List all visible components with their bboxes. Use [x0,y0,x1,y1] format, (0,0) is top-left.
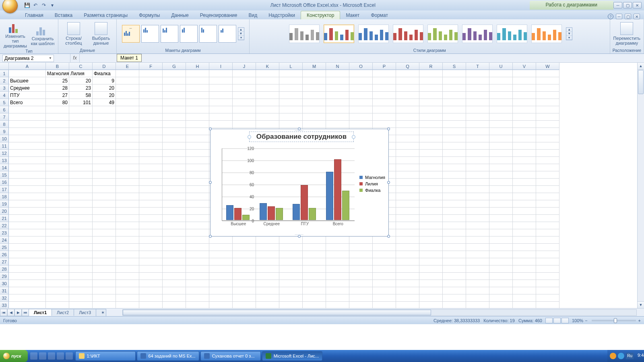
cell[interactable] [419,84,443,92]
row-header[interactable]: 1 [0,70,9,77]
zoom-slider[interactable] [592,320,636,321]
cell[interactable] [466,70,489,77]
cell[interactable] [279,121,303,128]
legend-entry[interactable]: Магнолия [359,175,385,180]
cell[interactable] [326,70,349,77]
cell[interactable] [396,99,419,106]
cell[interactable] [233,258,256,265]
style-item-3[interactable] [358,25,389,43]
row-header[interactable]: 2 [0,77,9,84]
cell[interactable] [419,142,443,150]
column-header[interactable]: Q [396,63,419,70]
cell[interactable] [489,287,513,294]
cell[interactable] [93,150,116,157]
cell[interactable] [396,142,419,150]
cell[interactable] [489,92,513,99]
cell[interactable] [536,244,559,251]
cell[interactable] [186,200,209,208]
cell[interactable] [209,84,233,92]
sheet-last-button[interactable]: ⏭ [22,309,29,316]
cell[interactable] [326,287,349,294]
cell[interactable] [466,142,489,150]
cell[interactable] [46,265,69,273]
cell[interactable] [489,106,513,113]
cell[interactable] [349,92,373,99]
bar[interactable] [293,204,300,220]
cell[interactable] [233,92,256,99]
row-header[interactable]: 20 [0,208,9,215]
cell[interactable] [186,164,209,171]
cell[interactable] [513,164,536,171]
cell[interactable] [186,273,209,280]
cell[interactable] [536,77,559,84]
maximize-button[interactable]: ▢ [623,2,632,8]
cell[interactable] [489,150,513,157]
cell[interactable] [209,92,233,99]
cell[interactable] [303,70,326,77]
cell[interactable] [69,273,93,280]
cell[interactable] [396,302,419,308]
tab-chart-layout[interactable]: Макет [340,11,365,19]
cell[interactable] [443,273,466,280]
cell[interactable] [46,237,69,244]
cell[interactable] [373,258,396,265]
cell[interactable] [513,229,536,237]
row-header[interactable]: 31 [0,287,9,294]
cell[interactable] [256,251,279,258]
cell[interactable] [116,121,139,128]
cell[interactable] [536,92,559,99]
cell[interactable] [46,273,69,280]
cell[interactable] [9,229,46,237]
cell[interactable] [373,280,396,287]
cell[interactable] [93,106,116,113]
bar[interactable] [326,172,333,220]
cell[interactable] [163,77,186,84]
cell[interactable] [373,265,396,273]
cell[interactable] [443,258,466,265]
cell[interactable] [513,77,536,84]
cell[interactable] [466,128,489,135]
cell[interactable] [186,287,209,294]
cell[interactable] [489,186,513,193]
row-header[interactable]: 21 [0,215,9,222]
cell[interactable] [396,113,419,121]
cell[interactable] [466,265,489,273]
cell[interactable] [419,171,443,179]
cell[interactable] [443,193,466,200]
cell[interactable] [536,135,559,142]
cell[interactable] [139,142,163,150]
cell[interactable] [279,265,303,273]
cell[interactable] [93,265,116,273]
tab-data[interactable]: Данные [165,11,194,19]
cell[interactable] [349,251,373,258]
taskbar-item-word[interactable]: 64 заданий по MS Ex... [137,351,199,361]
cell[interactable] [536,171,559,179]
cell[interactable]: 80 [46,99,69,106]
cell[interactable] [116,179,139,186]
cell[interactable]: Фиалка [93,70,116,77]
cell[interactable] [139,128,163,135]
zoom-out-button[interactable]: − [585,318,587,323]
cell[interactable] [373,99,396,106]
cell[interactable] [9,179,46,186]
cell[interactable]: 20 [93,84,116,92]
cell[interactable] [303,77,326,84]
ql-item[interactable] [66,352,73,360]
cell[interactable] [443,302,466,308]
cell[interactable] [536,70,559,77]
cell[interactable] [279,273,303,280]
cell[interactable] [139,84,163,92]
column-header[interactable]: V [513,63,536,70]
cell[interactable] [69,150,93,157]
cell[interactable] [419,113,443,121]
cell[interactable] [513,251,536,258]
bar[interactable] [260,203,267,220]
cell[interactable] [513,258,536,265]
cell[interactable] [536,99,559,106]
row-header[interactable]: 10 [0,135,9,142]
cell[interactable] [466,273,489,280]
ql-item[interactable] [30,352,37,360]
row-header[interactable]: 23 [0,229,9,237]
cell[interactable] [93,142,116,150]
column-header[interactable]: R [419,63,443,70]
